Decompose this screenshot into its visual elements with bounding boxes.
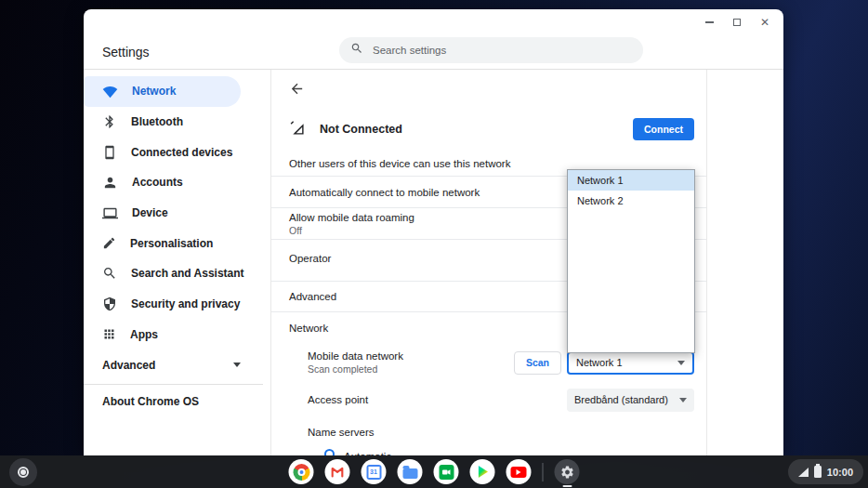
page-title: Settings: [102, 45, 150, 59]
calendar-icon: 31: [366, 465, 381, 480]
advanced-section-label: Advanced: [289, 291, 336, 302]
sidebar-item-accounts[interactable]: Accounts: [84, 167, 263, 198]
search-icon: [350, 42, 363, 59]
scan-button[interactable]: Scan: [514, 351, 561, 375]
sidebar-item-label: Search and Assistant: [131, 267, 244, 280]
settings-app-button[interactable]: [555, 459, 580, 484]
smartphone-icon: [102, 145, 117, 160]
back-button[interactable]: [289, 81, 305, 97]
pencil-icon: [102, 236, 116, 250]
operator-label: Operator: [289, 253, 331, 264]
active-app-indicator: [562, 485, 572, 487]
wifi-icon: [102, 84, 118, 99]
play-store-icon: [476, 465, 490, 479]
roaming-label: Allow mobile data roaming: [289, 212, 414, 223]
sidebar-item-apps[interactable]: Apps: [84, 320, 263, 350]
clock: 10:00: [827, 467, 853, 478]
cellular-not-connected-icon: [289, 120, 305, 139]
launcher-button[interactable]: [9, 458, 37, 486]
launcher-icon: [18, 467, 29, 478]
chrome-icon: [293, 464, 309, 481]
laptop-icon: [102, 205, 118, 221]
gear-icon: [559, 465, 574, 480]
taskbar: 31: [0, 455, 868, 488]
chrome-app-button[interactable]: [289, 459, 314, 484]
radio-button-icon: [324, 449, 335, 455]
advanced-label: Advanced: [102, 359, 155, 372]
sidebar-item-security-privacy[interactable]: Security and privacy: [84, 289, 263, 320]
auto-connect-label: Automatically connect to mobile network: [289, 187, 480, 198]
network-dropdown-popup: Network 1 Network 2: [567, 169, 695, 353]
sidebar-item-about-chromeos[interactable]: About Chrome OS: [84, 385, 263, 418]
sidebar-item-network[interactable]: Network: [84, 76, 241, 107]
scan-status: Scan completed: [308, 363, 514, 375]
status-tray[interactable]: 10:00: [788, 459, 863, 484]
sidebar-item-label: Security and privacy: [131, 297, 240, 310]
folder-icon: [402, 468, 417, 479]
gmail-icon: [330, 464, 346, 480]
sidebar-item-personalisation[interactable]: Personalisation: [84, 228, 263, 258]
meet-camera-icon: [439, 465, 454, 480]
sidebar-item-search-assistant[interactable]: Search and Assistant: [84, 258, 263, 289]
access-point-label: Access point: [308, 394, 567, 405]
calendar-app-button[interactable]: 31: [362, 459, 387, 484]
sidebar-item-label: Network: [132, 85, 176, 98]
access-point-select[interactable]: Bredbånd (standard): [567, 389, 694, 412]
content-area: Not Connected Connect Other users of thi…: [263, 70, 783, 455]
play-store-app-button[interactable]: [470, 459, 495, 484]
other-users-label: Other users of this device can use this …: [289, 158, 510, 169]
chevron-down-icon: [677, 361, 685, 365]
files-app-button[interactable]: [398, 459, 423, 484]
signal-icon: [798, 468, 809, 477]
connection-status: Not Connected: [320, 123, 618, 136]
access-point-value: Bredbånd (standard): [574, 394, 668, 405]
mobile-network-value: Network 1: [576, 357, 623, 368]
search-bar[interactable]: [339, 37, 643, 63]
dropdown-option-network-1[interactable]: Network 1: [568, 170, 694, 191]
dropdown-option-network-2[interactable]: Network 2: [568, 191, 694, 211]
shield-icon: [102, 297, 117, 311]
maximize-button[interactable]: [731, 17, 743, 28]
apps-grid-icon: [102, 327, 116, 341]
minimize-button[interactable]: [704, 17, 715, 28]
close-button[interactable]: ✕: [759, 17, 770, 28]
access-point-row: Access point Bredbånd (standard): [271, 381, 706, 418]
sidebar-item-label: Personalisation: [130, 237, 213, 250]
sidebar-item-device[interactable]: Device: [84, 198, 263, 229]
about-label: About Chrome OS: [102, 395, 199, 408]
desktop: ✕ Settings Network Bluetooth: [0, 0, 868, 488]
youtube-icon: [511, 467, 527, 478]
shelf-separator: [543, 463, 544, 481]
connect-button[interactable]: Connect: [633, 118, 694, 140]
sidebar-item-label: Device: [132, 206, 168, 219]
network-section-label: Network: [289, 323, 328, 334]
sidebar-item-connected-devices[interactable]: Connected devices: [84, 137, 263, 167]
sidebar-item-bluetooth[interactable]: Bluetooth: [84, 107, 263, 138]
bluetooth-icon: [102, 114, 117, 129]
sidebar-item-label: Apps: [130, 328, 158, 341]
sidebar-item-label: Connected devices: [131, 146, 232, 159]
titlebar: ✕: [84, 9, 783, 35]
name-servers-row: Name servers: [271, 418, 706, 446]
sidebar-item-label: Bluetooth: [131, 115, 183, 128]
mobile-data-label: Mobile data network: [308, 350, 514, 362]
gmail-app-button[interactable]: [325, 459, 350, 484]
settings-header: Settings: [84, 35, 783, 70]
youtube-app-button[interactable]: [506, 459, 532, 484]
name-servers-automatic-option[interactable]: Automatic: [271, 446, 706, 455]
search-icon: [102, 266, 117, 281]
battery-icon: [814, 466, 822, 478]
roaming-value: Off: [289, 225, 414, 236]
chevron-down-icon: [233, 363, 241, 367]
mobile-network-select[interactable]: Network 1: [567, 351, 694, 375]
person-icon: [102, 175, 118, 191]
sidebar-item-label: Accounts: [132, 176, 183, 189]
sidebar: Network Bluetooth Connected devices Acco…: [84, 70, 263, 455]
sidebar-advanced-toggle[interactable]: Advanced: [84, 350, 263, 380]
name-servers-label: Name servers: [308, 427, 375, 438]
shelf-apps: 31: [289, 455, 580, 488]
search-input[interactable]: [373, 45, 632, 56]
meet-app-button[interactable]: [434, 459, 459, 484]
chevron-down-icon: [679, 398, 687, 402]
back-arrow-icon: [289, 81, 305, 97]
